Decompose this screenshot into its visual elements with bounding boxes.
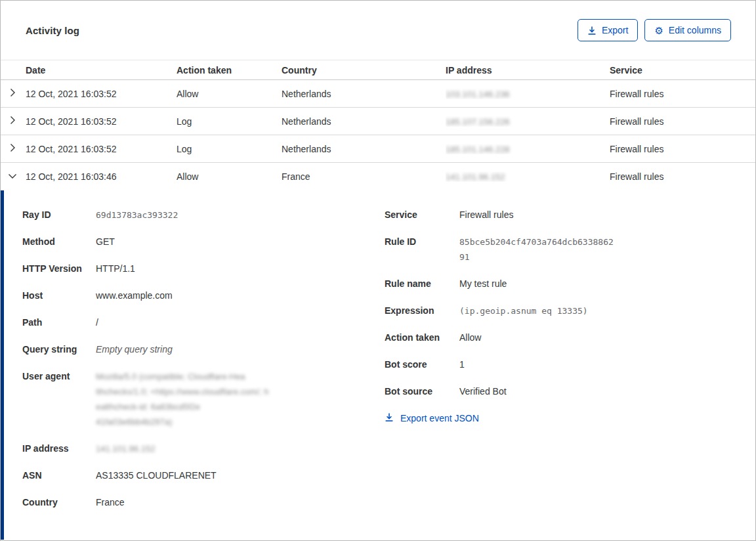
expression-value: (ip.geoip.asnum eq 13335)	[459, 303, 588, 318]
detail-row-service: Service Firewall rules	[385, 207, 731, 223]
row-date: 12 Oct, 2021 16:03:46	[26, 171, 177, 182]
row-country: Netherlands	[282, 116, 446, 127]
row-date: 12 Oct, 2021 16:03:52	[26, 116, 177, 127]
download-icon	[587, 26, 597, 35]
path-value: /	[96, 315, 98, 330]
row-service: Firewall rules	[610, 144, 755, 154]
bot-source-value: Verified Bot	[459, 384, 507, 399]
row-service: Firewall rules	[610, 171, 755, 182]
export-button-label: Export	[602, 24, 628, 36]
row-ip-address-redacted: 103.101.146.236	[446, 89, 510, 99]
column-header-date: Date	[26, 64, 177, 76]
table-header-row: Date Action taken Country IP address Ser…	[1, 60, 755, 80]
export-event-json-label: Export event JSON	[400, 413, 479, 423]
detail-row-rule-name: Rule name My test rule	[385, 276, 731, 292]
method-value: GET	[96, 234, 115, 249]
ip-address-value-redacted: 141.101.96.152	[96, 444, 155, 454]
detail-row-ip-address: IP address 141.101.96.152	[22, 441, 385, 456]
export-button[interactable]: Export	[578, 19, 638, 41]
host-value: www.example.com	[96, 288, 173, 303]
expand-row-button[interactable]	[7, 114, 18, 128]
row-action-taken: Log	[177, 116, 282, 127]
topbar-actions: Export ⚙ Edit columns	[578, 19, 731, 41]
rule-id-value: 85bce5b204cf4703a764dcb633886291	[459, 234, 618, 265]
user-agent-value-redacted: Mozilla/5.0 (compatible; Cloudflare-Hea …	[96, 369, 268, 429]
edit-columns-button[interactable]: ⚙ Edit columns	[644, 19, 731, 41]
row-service: Firewall rules	[610, 89, 755, 99]
edit-columns-button-label: Edit columns	[669, 24, 721, 36]
table-row[interactable]: 12 Oct, 2021 16:03:52 Log Netherlands 18…	[1, 135, 755, 163]
detail-row-bot-score: Bot score 1	[385, 357, 731, 372]
service-value: Firewall rules	[459, 207, 513, 223]
expand-row-button[interactable]	[7, 142, 18, 156]
http-version-value: HTTP/1.1	[96, 261, 135, 276]
event-detail-panel: Ray ID 69d13783ac393322 Method GET HTTP …	[1, 190, 755, 540]
row-action-taken: Log	[177, 144, 282, 154]
activity-log-table: Date Action taken Country IP address Ser…	[1, 60, 755, 190]
row-ip-address-redacted: 185.107.156.226	[446, 117, 510, 127]
topbar: Activity log Export ⚙ Edit columns	[1, 1, 755, 60]
column-header-ip-address: IP address	[446, 64, 610, 76]
detail-row-ray-id: Ray ID 69d13783ac393322	[22, 207, 385, 223]
table-row[interactable]: 12 Oct, 2021 16:03:52 Allow Netherlands …	[1, 80, 755, 108]
table-row-expanded[interactable]: 12 Oct, 2021 16:03:46 Allow France 141.1…	[1, 163, 755, 190]
row-country: Netherlands	[282, 89, 446, 99]
chevron-right-icon	[8, 143, 17, 154]
detail-row-user-agent: User agent Mozilla/5.0 (compatible; Clou…	[22, 369, 385, 429]
detail-row-query-string: Query string Empty query string	[22, 342, 385, 357]
event-detail-right-column: Service Firewall rules Rule ID 85bce5b20…	[385, 207, 731, 540]
activity-log-panel: Activity log Export ⚙ Edit columns Date …	[0, 0, 756, 541]
table-row[interactable]: 12 Oct, 2021 16:03:52 Log Netherlands 18…	[1, 108, 755, 135]
detail-row-bot-source: Bot source Verified Bot	[385, 384, 731, 399]
expand-row-button[interactable]	[7, 87, 18, 100]
column-header-action-taken: Action taken	[177, 64, 282, 76]
detail-row-rule-id: Rule ID 85bce5b204cf4703a764dcb633886291	[385, 234, 731, 265]
ray-id-value: 69d13783ac393322	[96, 207, 178, 223]
row-action-taken: Allow	[177, 171, 282, 182]
column-header-country: Country	[282, 64, 446, 76]
detail-row-expression: Expression (ip.geoip.asnum eq 13335)	[385, 303, 731, 318]
row-service: Firewall rules	[610, 116, 755, 127]
event-detail-left-column: Ray ID 69d13783ac393322 Method GET HTTP …	[22, 207, 385, 540]
page-title: Activity log	[26, 25, 79, 36]
row-country: Netherlands	[282, 144, 446, 154]
row-country: France	[282, 171, 446, 182]
row-ip-address-redacted: 141.101.96.152	[446, 172, 505, 182]
export-event-json-link[interactable]: Export event JSON	[385, 412, 479, 424]
download-icon	[385, 412, 394, 424]
gear-icon: ⚙	[654, 26, 663, 35]
bot-score-value: 1	[459, 357, 465, 372]
detail-row-asn: ASN AS13335 CLOUDFLARENET	[22, 468, 385, 483]
detail-row-method: Method GET	[22, 234, 385, 249]
query-string-value: Empty query string	[96, 342, 173, 357]
chevron-down-icon	[8, 171, 17, 183]
detail-row-country: Country France	[22, 495, 385, 510]
detail-row-http-version: HTTP Version HTTP/1.1	[22, 261, 385, 276]
column-header-service: Service	[610, 64, 755, 76]
chevron-right-icon	[8, 88, 17, 99]
row-date: 12 Oct, 2021 16:03:52	[26, 144, 177, 154]
country-value: France	[96, 495, 125, 510]
action-taken-value: Allow	[459, 330, 481, 345]
detail-row-action-taken: Action taken Allow	[385, 330, 731, 345]
asn-value: AS13335 CLOUDFLARENET	[96, 468, 217, 483]
chevron-right-icon	[8, 116, 17, 127]
row-ip-address-redacted: 185.101.146.228	[446, 144, 510, 154]
detail-row-host: Host www.example.com	[22, 288, 385, 303]
row-action-taken: Allow	[177, 89, 282, 99]
detail-row-path: Path /	[22, 315, 385, 330]
rule-name-value: My test rule	[459, 276, 507, 292]
row-date: 12 Oct, 2021 16:03:52	[26, 89, 177, 99]
collapse-row-button[interactable]	[7, 170, 18, 184]
